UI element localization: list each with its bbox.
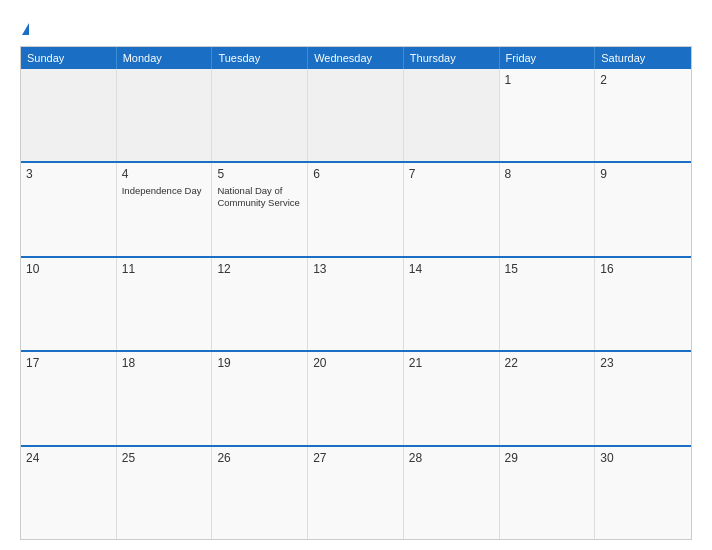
day-number: 5 [217,167,302,181]
day-number: 4 [122,167,207,181]
day-number: 17 [26,356,111,370]
calendar-event: Independence Day [122,185,207,197]
calendar-cell [212,69,308,161]
day-number: 18 [122,356,207,370]
day-number: 8 [505,167,590,181]
day-of-week-header: Saturday [595,47,691,69]
calendar-week: 34Independence Day5National Day of Commu… [21,161,691,255]
day-number: 19 [217,356,302,370]
day-number: 3 [26,167,111,181]
day-number: 7 [409,167,494,181]
calendar-cell: 5National Day of Community Service [212,163,308,255]
calendar-cell: 9 [595,163,691,255]
day-of-week-header: Sunday [21,47,117,69]
calendar-cell: 29 [500,447,596,539]
calendar-cell [21,69,117,161]
calendar-cell: 7 [404,163,500,255]
day-number: 26 [217,451,302,465]
calendar-cell: 22 [500,352,596,444]
day-of-week-header: Friday [500,47,596,69]
logo-triangle-icon [22,23,29,35]
calendar-cell: 28 [404,447,500,539]
calendar-grid: SundayMondayTuesdayWednesdayThursdayFrid… [20,46,692,540]
calendar-cell: 12 [212,258,308,350]
calendar-cell: 19 [212,352,308,444]
calendar-cell: 15 [500,258,596,350]
day-number: 10 [26,262,111,276]
calendar-cell: 25 [117,447,213,539]
day-number: 24 [26,451,111,465]
calendar-cell: 4Independence Day [117,163,213,255]
calendar-cell: 21 [404,352,500,444]
day-number: 28 [409,451,494,465]
calendar-week: 12 [21,69,691,161]
calendar-cell: 6 [308,163,404,255]
calendar-week: 24252627282930 [21,445,691,539]
calendar-week: 10111213141516 [21,256,691,350]
day-number: 15 [505,262,590,276]
day-number: 29 [505,451,590,465]
calendar-cell [117,69,213,161]
day-number: 21 [409,356,494,370]
day-number: 9 [600,167,686,181]
day-of-week-header: Monday [117,47,213,69]
day-number: 1 [505,73,590,87]
calendar-cell: 24 [21,447,117,539]
calendar-cell: 8 [500,163,596,255]
day-number: 22 [505,356,590,370]
calendar-cell: 2 [595,69,691,161]
calendar-body: 1234Independence Day5National Day of Com… [21,69,691,539]
day-number: 2 [600,73,686,87]
calendar-week: 17181920212223 [21,350,691,444]
calendar-cell: 26 [212,447,308,539]
logo [20,18,29,36]
calendar-header: SundayMondayTuesdayWednesdayThursdayFrid… [21,47,691,69]
day-of-week-header: Wednesday [308,47,404,69]
calendar-cell: 10 [21,258,117,350]
day-number: 6 [313,167,398,181]
calendar-cell: 23 [595,352,691,444]
calendar-cell: 17 [21,352,117,444]
calendar-cell: 30 [595,447,691,539]
day-number: 13 [313,262,398,276]
day-number: 23 [600,356,686,370]
calendar-cell: 20 [308,352,404,444]
day-of-week-header: Thursday [404,47,500,69]
calendar-cell: 14 [404,258,500,350]
calendar-cell: 18 [117,352,213,444]
day-number: 20 [313,356,398,370]
day-number: 14 [409,262,494,276]
calendar-cell: 3 [21,163,117,255]
calendar-cell: 13 [308,258,404,350]
logo-blue-text [20,18,29,36]
calendar-cell: 11 [117,258,213,350]
calendar-cell [404,69,500,161]
day-number: 25 [122,451,207,465]
calendar-cell: 27 [308,447,404,539]
calendar-cell: 1 [500,69,596,161]
header [20,18,692,36]
calendar-cell: 16 [595,258,691,350]
day-number: 11 [122,262,207,276]
day-number: 27 [313,451,398,465]
day-number: 12 [217,262,302,276]
calendar-page: SundayMondayTuesdayWednesdayThursdayFrid… [0,0,712,550]
day-number: 16 [600,262,686,276]
day-of-week-header: Tuesday [212,47,308,69]
calendar-event: National Day of Community Service [217,185,302,210]
day-number: 30 [600,451,686,465]
calendar-cell [308,69,404,161]
